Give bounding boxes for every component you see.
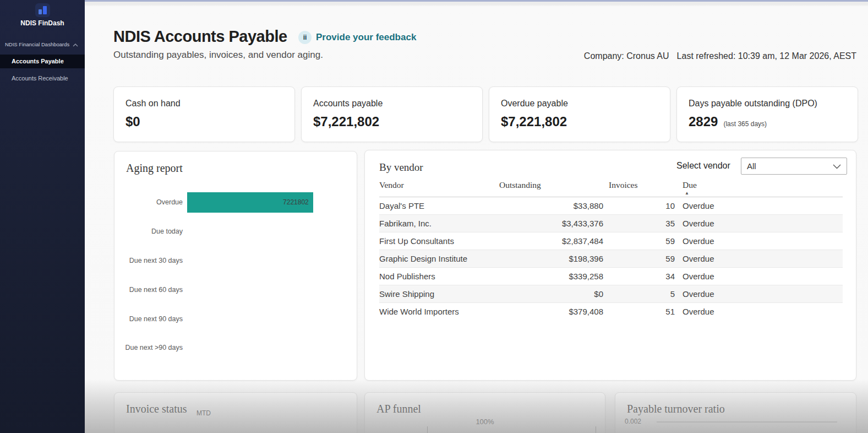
aging-category-label: Due next 90 days bbox=[114, 315, 187, 323]
sidebar-item-accounts-payable[interactable]: Accounts Payable bbox=[0, 55, 85, 68]
kpi-card-cash-on-hand: Cash on hand $0 bbox=[113, 86, 295, 142]
cell-vendor: First Up Consultants bbox=[379, 232, 499, 250]
kpi-value: 2829 bbox=[689, 114, 718, 129]
column-header-invoices[interactable]: Invoices bbox=[603, 176, 675, 197]
refresh-info: Company: Cronus AU Last refreshed: 10:39… bbox=[584, 51, 856, 61]
table-row[interactable]: Swire Shipping $0 5 Overdue bbox=[379, 285, 843, 302]
cell-due: Overdue bbox=[675, 302, 843, 320]
payable-turnover-card: Payable turnover ratio 0.002 bbox=[615, 392, 856, 433]
trend-line bbox=[657, 421, 837, 423]
chevron-down-icon bbox=[833, 161, 841, 171]
column-header-outstanding[interactable]: Outstanding bbox=[499, 176, 603, 197]
aging-row: Due next 30 days bbox=[114, 246, 357, 275]
page-title: NDIS Accounts Payable bbox=[113, 28, 287, 46]
sidebar-item-accounts-receivable[interactable]: Accounts Receivable bbox=[0, 72, 85, 85]
cell-invoices: 35 bbox=[603, 214, 675, 232]
by-vendor-card: By vendor Select vendor All Vendor Outst… bbox=[364, 150, 856, 381]
aging-bar[interactable]: 7221802 bbox=[187, 192, 313, 213]
select-vendor-label: Select vendor bbox=[676, 161, 730, 171]
invoice-status-card: Invoice status MTD bbox=[114, 392, 357, 433]
aging-row: Due next 90 days bbox=[114, 304, 357, 333]
cell-due: Overdue bbox=[675, 250, 843, 267]
y-axis-tick-label: 0.002 bbox=[625, 418, 641, 425]
feedback-link-label: Provide your feedback bbox=[316, 32, 416, 43]
table-row[interactable]: First Up Consultants $2,837,484 59 Overd… bbox=[379, 232, 843, 250]
cell-invoices: 51 bbox=[603, 302, 675, 320]
aging-report-card: Aging report Overdue 7221802 Due today D… bbox=[114, 151, 357, 381]
logo-bar-icon bbox=[43, 6, 47, 14]
chevron-up-icon[interactable] bbox=[73, 39, 78, 49]
kpi-label: Days payable outstanding (DPO) bbox=[689, 99, 817, 109]
funnel-percent-label: 100% bbox=[365, 418, 605, 426]
cell-invoices: 5 bbox=[603, 285, 675, 302]
app-logo-icon bbox=[35, 3, 50, 17]
aging-row: Overdue 7221802 bbox=[114, 188, 357, 217]
mtd-badge: MTD bbox=[196, 409, 211, 417]
feedback-link[interactable]: ii Provide your feedback bbox=[298, 31, 416, 44]
cell-due: Overdue bbox=[675, 232, 843, 250]
aging-category-label: Overdue bbox=[114, 198, 187, 206]
cell-invoices: 34 bbox=[603, 267, 675, 285]
column-header-due-label: Due bbox=[683, 180, 697, 190]
vendor-select-value: All bbox=[747, 161, 756, 171]
kpi-card-overdue-payable: Overdue payable $7,221,802 bbox=[489, 86, 670, 142]
ap-funnel-title: AP funnel bbox=[376, 403, 421, 415]
cell-vendor: Nod Publishers bbox=[379, 267, 499, 285]
sidebar: NDIS FinDash NDIS Financial Dashboards A… bbox=[0, 0, 85, 433]
cell-invoices: 59 bbox=[603, 232, 675, 250]
table-row[interactable]: Wide World Importers $379,408 51 Overdue bbox=[379, 302, 843, 320]
feedback-icon: ii bbox=[298, 31, 312, 44]
column-header-due[interactable]: Due ▲ bbox=[675, 176, 843, 197]
cell-vendor: Dayal's PTE bbox=[379, 197, 499, 214]
ap-funnel-card: AP funnel 100% bbox=[364, 392, 605, 433]
aging-category-label: Due next 60 days bbox=[114, 286, 187, 294]
page-subtitle: Outstanding payables, invoices, and vend… bbox=[113, 50, 323, 61]
aging-row: Due next >90 days bbox=[114, 333, 357, 362]
kpi-card-accounts-payable: Accounts payable $7,221,802 bbox=[301, 86, 483, 142]
cell-vendor: Wide World Importers bbox=[379, 302, 499, 320]
vendor-table-header-row: Vendor Outstanding Invoices Due ▲ bbox=[379, 176, 843, 197]
aging-category-label: Due next 30 days bbox=[114, 257, 187, 264]
cell-due: Overdue bbox=[675, 285, 843, 302]
column-header-vendor[interactable]: Vendor bbox=[379, 176, 499, 197]
cell-vendor: Fabrikam, Inc. bbox=[379, 214, 499, 232]
vendor-table: Vendor Outstanding Invoices Due ▲ Dayal'… bbox=[379, 176, 843, 320]
cell-outstanding: $0 bbox=[499, 285, 603, 302]
table-row[interactable]: Nod Publishers $339,258 34 Overdue bbox=[379, 267, 843, 285]
vendor-select-dropdown[interactable]: All bbox=[741, 158, 847, 175]
logo-bar-icon bbox=[39, 9, 42, 14]
kpi-value: $7,221,802 bbox=[501, 114, 567, 129]
company-label: Company: Cronus AU bbox=[584, 51, 669, 61]
sort-ascending-icon: ▲ bbox=[685, 192, 843, 195]
cell-outstanding: $33,880 bbox=[499, 197, 603, 214]
cell-due: Overdue bbox=[675, 267, 843, 285]
sidebar-section-header[interactable]: NDIS Financial Dashboards bbox=[0, 39, 85, 49]
by-vendor-title: By vendor bbox=[379, 161, 423, 174]
table-row[interactable]: Graphic Design Institute $198,396 59 Ove… bbox=[379, 250, 843, 267]
aging-report-title: Aging report bbox=[126, 162, 183, 175]
kpi-value: $7,221,802 bbox=[313, 114, 379, 129]
kpi-label: Accounts payable bbox=[313, 99, 383, 109]
last-refreshed-label: Last refreshed: 10:39 am, 12 Mar 2026, A… bbox=[677, 51, 856, 61]
kpi-label: Cash on hand bbox=[125, 99, 181, 109]
axis-tick bbox=[427, 426, 428, 433]
aging-category-label: Due today bbox=[114, 228, 187, 235]
invoice-status-title: Invoice status bbox=[126, 403, 187, 415]
aging-category-label: Due next >90 days bbox=[114, 344, 187, 351]
aging-row: Due next 60 days bbox=[114, 275, 357, 304]
cell-outstanding: $198,396 bbox=[499, 250, 603, 267]
cell-invoices: 10 bbox=[603, 197, 675, 214]
table-row[interactable]: Fabrikam, Inc. $3,433,376 35 Overdue bbox=[379, 214, 843, 232]
cell-outstanding: $339,258 bbox=[499, 267, 603, 285]
kpi-label: Overdue payable bbox=[501, 99, 568, 109]
kpi-card-dpo: Days payable outstanding (DPO) 2829 (las… bbox=[676, 86, 858, 142]
kpi-note: (last 365 days) bbox=[723, 120, 767, 128]
table-row[interactable]: Dayal's PTE $33,880 10 Overdue bbox=[379, 197, 843, 214]
aging-row: Due today bbox=[114, 217, 357, 246]
cell-due: Overdue bbox=[675, 214, 843, 232]
cell-vendor: Swire Shipping bbox=[379, 285, 499, 302]
payable-turnover-title: Payable turnover ratio bbox=[627, 403, 725, 415]
aging-bar-chart: Overdue 7221802 Due today Due next 30 da… bbox=[114, 188, 357, 362]
cell-invoices: 59 bbox=[603, 250, 675, 267]
cell-outstanding: $2,837,484 bbox=[499, 232, 603, 250]
